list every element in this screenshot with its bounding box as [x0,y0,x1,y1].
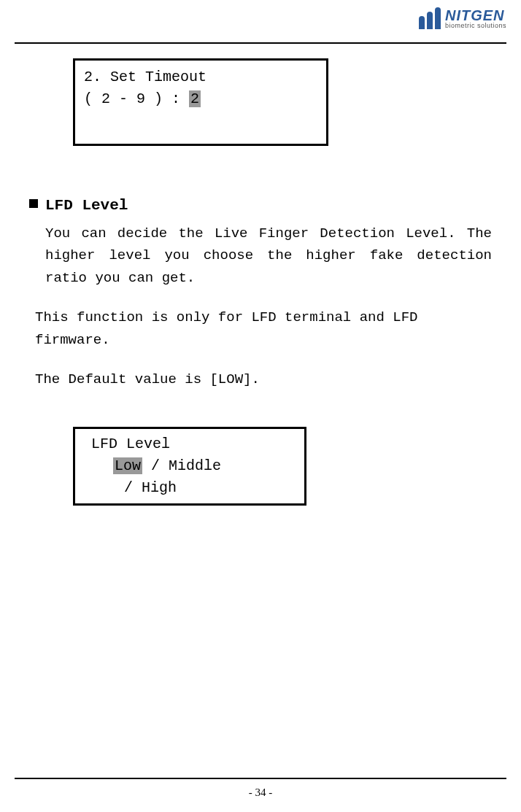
lcd2-line-3: / High [84,477,296,499]
logo-text: NITGEN biometric solutions [445,8,506,29]
lcd-line-1: 2. Set Timeout [84,66,317,88]
bottom-divider [15,778,506,779]
lcd-line-2: ( 2 - 9 ) : 2 [84,88,317,110]
lcd-line-2-selected-value: 2 [189,90,201,107]
bullet-icon [29,199,38,208]
brand-tagline: biometric solutions [445,23,506,29]
lcd-line-2-prefix: ( 2 - 9 ) : [84,90,189,107]
lcd2-line-1: LFD Level [84,433,296,455]
section-heading: LFD Level [45,197,128,214]
paragraph-3: The Default value is [LOW]. [35,368,492,390]
lcd-box-timeout: 2. Set Timeout ( 2 - 9 ) : 2 [73,58,328,146]
lcd2-line-2: Low / Middle [84,455,296,477]
paragraph-2: This function is only for LFD terminal a… [35,306,492,351]
brand-header: NITGEN biometric solutions [419,7,506,29]
section-heading-row: LFD Level [29,197,492,214]
lcd-box-lfd-level: LFD Level Low / Middle / High [73,427,306,506]
paragraph-1: You can decide the Live Finger Detection… [45,223,492,289]
lcd2-option-suffix: / Middle [142,457,221,474]
page-content: 2. Set Timeout ( 2 - 9 ) : 2 LFD Level Y… [29,58,492,506]
brand-name: NITGEN [445,8,506,23]
lcd2-selected-option: Low [113,457,142,474]
top-divider [15,42,506,44]
logo-bars-icon [419,7,441,29]
page-number: - 34 - [0,786,521,799]
